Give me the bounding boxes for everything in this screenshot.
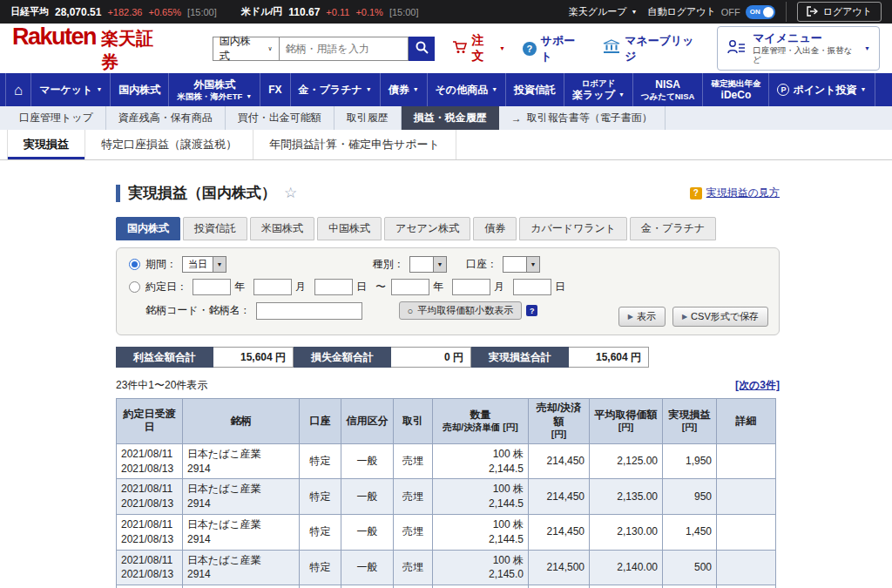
subnav-item-trade-reports[interactable]: → 取引報告書等（電子書面） [499, 106, 666, 130]
nav-item-mutual-funds[interactable]: 投資信託 [506, 73, 564, 106]
cat-tab-mutual-funds[interactable]: 投資信託 [183, 217, 247, 240]
cat-tab-china-stocks[interactable]: 中国株式 [317, 217, 382, 240]
chevron-down-icon: ▼ [366, 86, 372, 92]
account-select-value [503, 257, 526, 272]
page-title: 実現損益（国内株式） [128, 183, 276, 203]
cat-tab-domestic-stocks[interactable]: 国内株式 [116, 217, 180, 240]
subnav-label: 損益・税金履歴 [414, 111, 487, 125]
period-radio[interactable] [129, 259, 140, 270]
logo-text-jp: 楽天証券 [101, 27, 167, 74]
cat-tab-gold-platinum[interactable]: 金・プラチナ [630, 217, 716, 240]
favorite-star-icon[interactable]: ☆ [284, 184, 297, 202]
nav-item-nisa[interactable]: NISA つみたてNISA [633, 73, 704, 106]
nav-item-market[interactable]: マーケット▼ [31, 73, 111, 106]
support-label: サポート [541, 33, 586, 64]
subnav-item-account-top[interactable]: 口座管理トップ [7, 106, 106, 130]
cat-tab-us-stocks[interactable]: 米国株式 [250, 217, 314, 240]
main-navigation: ⌂ マーケット▼ 国内株式 外国株式 米国株・海外ETF▼ FX 金・プラチナ▼… [0, 73, 892, 106]
csv-save-button[interactable]: ▶ CSV形式で保存 [672, 307, 768, 327]
account-sub-navigation: 口座管理トップ 資産残高・保有商品 買付・出金可能額 取引履歴 損益・税金履歴 … [0, 106, 892, 130]
account-select[interactable]: ▼ [503, 256, 540, 273]
site-header: Rakuten 楽天証券 国内株式 ∨ 注文 ▼ ? サポート マネーブリッジ … [0, 24, 892, 73]
search-input[interactable] [280, 37, 409, 61]
avg-price-help-icon[interactable]: ? [526, 305, 537, 316]
nav-item-point-investment[interactable]: Pポイント投資▼ [769, 73, 875, 106]
nav-item-gold-platinum[interactable]: 金・プラチナ▼ [291, 73, 381, 106]
realized-pl-guide-link[interactable]: 実現損益の見方 [706, 186, 780, 200]
subnav-label: 買付・出金可能額 [238, 111, 321, 125]
col-header-account: 口座 [300, 399, 341, 444]
order-menu[interactable]: 注文 ▼ [452, 33, 505, 64]
rakuten-group-dropdown[interactable]: 楽天グループ ▼ [569, 5, 638, 18]
csv-button-label: CSV形式で保存 [691, 310, 759, 323]
trade-date-radio[interactable] [129, 281, 140, 293]
tab-specific-account-pl[interactable]: 特定口座損益（譲渡益税） [85, 130, 253, 159]
nav-label: 債券 [389, 84, 409, 96]
loss-total-label: 損失金額合計 [294, 347, 391, 368]
auto-logout-off-label: OFF [721, 7, 740, 17]
chevron-down-icon: ▼ [861, 86, 867, 92]
period-select[interactable]: 当日 ▼ [182, 256, 226, 273]
next-page-link[interactable]: [次の3件] [735, 378, 780, 393]
cat-tab-asean-stocks[interactable]: アセアン株式 [384, 217, 470, 240]
money-bridge-menu[interactable]: マネーブリッジ [603, 33, 703, 64]
loss-total-value: 0 円 [391, 347, 471, 368]
support-menu[interactable]: ? サポート [523, 33, 585, 64]
cat-tab-covered-warrants[interactable]: カバードワラント [519, 217, 627, 240]
nav-item-foreign-stocks[interactable]: 外国株式 米国株・海外ETF▼ [169, 73, 260, 106]
nav-sublabel: 米国株・海外ETF [177, 91, 242, 101]
avg-price-decimal-toggle[interactable]: ○ 平均取得価額小数表示 [399, 301, 523, 320]
to-year-input[interactable] [391, 279, 429, 295]
my-menu-title: マイメニュー [753, 31, 857, 45]
subnav-label: 資産残高・保有商品 [118, 111, 213, 125]
toggle-knob [763, 7, 774, 17]
symbol-label: 銘柄コード・銘柄名： [145, 303, 251, 318]
nav-item-domestic-stocks[interactable]: 国内株式 [111, 73, 169, 106]
nav-item-ideco[interactable]: 確定拠出年金 iDeCo [703, 73, 769, 106]
result-count-text: 23件中1〜20件表示 [116, 378, 207, 393]
title-accent-bar [116, 185, 120, 202]
subnav-item-asset-balance[interactable]: 資産残高・保有商品 [106, 106, 226, 130]
subnav-item-profit-loss-tax[interactable]: 損益・税金履歴 [402, 106, 499, 130]
person-list-icon [726, 39, 746, 58]
search-button[interactable] [409, 37, 435, 61]
detail-cell [717, 550, 776, 585]
nav-label: FX [268, 84, 281, 96]
chevron-down-icon: ▼ [491, 86, 497, 92]
nav-item-robo-advisor[interactable]: ロボアド 楽ラップ▼ [564, 73, 633, 106]
my-menu-subtitle: 口座管理・入出金・振替など [753, 45, 857, 65]
help-question-icon[interactable]: ? [690, 187, 702, 199]
rakuten-securities-logo[interactable]: Rakuten 楽天証券 [12, 24, 167, 74]
from-day-input[interactable] [314, 279, 353, 295]
realized-pl-total-label: 実現損益合計 [471, 347, 569, 368]
nav-item-other-products[interactable]: その他商品▼ [428, 73, 507, 106]
nav-item-fx[interactable]: FX [260, 73, 290, 106]
show-button[interactable]: ▶ 表示 [618, 307, 666, 327]
subnav-item-trade-history[interactable]: 取引履歴 [334, 106, 402, 130]
symbol-input[interactable] [256, 302, 362, 320]
cat-tab-bonds[interactable]: 債券 [473, 217, 517, 240]
nav-item-home[interactable]: ⌂ [5, 73, 31, 106]
usdjpy-pct: +0.1% [355, 7, 383, 17]
my-menu-button[interactable]: マイメニュー 口座管理・入出金・振替など ▼ [717, 26, 880, 70]
auto-logout-toggle[interactable]: ON [746, 5, 775, 19]
col-header-dates: 約定日受渡日 [117, 399, 183, 444]
nav-item-bonds[interactable]: 債券▼ [381, 73, 428, 106]
to-month-input[interactable] [452, 279, 490, 295]
logout-button[interactable]: ログアウト [797, 2, 882, 22]
tab-realized-profit-loss[interactable]: 実現損益 [7, 130, 85, 159]
tab-label: 特定口座損益（譲渡益税） [101, 137, 237, 152]
search-filter-panel: 期間： 当日 ▼ 種別： ▼ 口座： ▼ 約定日： 年 月 [116, 247, 780, 335]
from-month-input[interactable] [253, 279, 292, 295]
search-icon [415, 40, 429, 57]
chevron-down-icon: ▼ [213, 257, 226, 272]
search-category-select[interactable]: 国内株式 ∨ [213, 37, 280, 61]
home-icon: ⌂ [14, 83, 23, 98]
type-select[interactable]: ▼ [409, 256, 447, 273]
subnav-item-available-funds[interactable]: 買付・出金可能額 [226, 106, 334, 130]
tab-annual-pl-tax-support[interactable]: 年間損益計算・確定申告サポート [253, 130, 456, 159]
to-day-input[interactable] [513, 279, 551, 295]
point-icon: P [777, 84, 789, 96]
from-year-input[interactable] [193, 279, 231, 295]
trade-date-label: 約定日： [145, 280, 187, 294]
